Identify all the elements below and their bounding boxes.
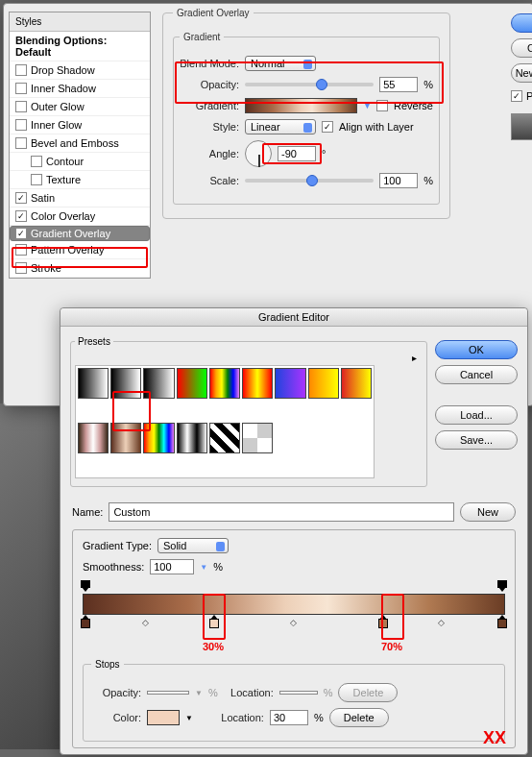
annotation-xx: XX: [483, 728, 506, 748]
preset-swatch[interactable]: [341, 368, 372, 399]
color-stop[interactable]: [497, 615, 507, 628]
color-stop[interactable]: [209, 615, 219, 628]
preset-swatch[interactable]: [177, 423, 207, 453]
cancel-button[interactable]: Cancel: [511, 38, 532, 58]
gradient-label: Gradient:: [180, 100, 239, 111]
style-item-satin[interactable]: Satin: [10, 189, 150, 208]
checkbox[interactable]: [15, 228, 27, 239]
gradient-edit-bar[interactable]: ◇ ◇ ◇: [83, 580, 505, 634]
ge-save-button[interactable]: Save...: [435, 430, 518, 450]
midpoint-icon[interactable]: ◇: [438, 618, 445, 627]
checkbox[interactable]: [15, 244, 27, 256]
checkbox[interactable]: [31, 156, 42, 167]
checkbox[interactable]: [31, 174, 42, 185]
ok-button[interactable]: OK: [511, 13, 532, 33]
layer-style-buttons: OK Cancel New Style... Preview: [511, 13, 532, 140]
midpoint-icon[interactable]: ◇: [142, 618, 149, 627]
scale-label: Scale:: [180, 175, 239, 186]
preset-swatch[interactable]: [177, 368, 207, 399]
checkbox[interactable]: [15, 210, 27, 222]
stop-color-label: Color:: [91, 712, 141, 723]
styles-panel: Styles Blending Options: Default Drop Sh…: [9, 12, 151, 279]
smoothness-dropdown-icon[interactable]: ▼: [200, 563, 207, 572]
angle-label: Angle:: [180, 148, 239, 159]
blend-mode-select[interactable]: Normal: [245, 56, 316, 71]
stop-opacity-location-input[interactable]: [279, 691, 318, 695]
opacity-stop[interactable]: [81, 580, 90, 592]
style-item-pattern-overlay[interactable]: Pattern Overlay: [10, 241, 150, 259]
preset-swatch[interactable]: [242, 423, 273, 453]
reverse-checkbox[interactable]: [376, 100, 388, 111]
style-item-inner-shadow[interactable]: Inner Shadow: [10, 80, 150, 98]
checkbox[interactable]: [15, 119, 27, 131]
gradient-editor-dialog: Gradient Editor Presets ▸ OK Cancel Load…: [60, 307, 528, 755]
blending-options-row[interactable]: Blending Options: Default: [10, 32, 150, 61]
style-item-contour[interactable]: Contour: [10, 153, 150, 171]
type-select[interactable]: Solid: [157, 538, 229, 553]
stop-color-location-input[interactable]: 30: [270, 710, 308, 725]
style-item-color-overlay[interactable]: Color Overlay: [10, 208, 150, 226]
preset-swatch[interactable]: [209, 368, 240, 399]
preset-swatch[interactable]: [143, 423, 174, 453]
preset-swatch[interactable]: [78, 368, 109, 399]
type-label: Gradient Type:: [83, 540, 152, 551]
presets-menu-icon[interactable]: ▸: [412, 353, 417, 363]
stop-color-well[interactable]: [147, 710, 180, 725]
preset-swatch[interactable]: [209, 423, 240, 453]
scale-slider[interactable]: [245, 179, 374, 183]
stop-opacity-location-label: Location:: [224, 687, 274, 698]
checkbox[interactable]: [15, 192, 27, 204]
new-style-button[interactable]: New Style...: [511, 63, 532, 83]
gradient-picker[interactable]: [245, 98, 357, 113]
style-item-bevel-and-emboss[interactable]: Bevel and Emboss: [10, 134, 150, 153]
style-item-drop-shadow[interactable]: Drop Shadow: [10, 61, 150, 80]
style-item-inner-glow[interactable]: Inner Glow: [10, 116, 150, 134]
scale-input[interactable]: 100: [379, 173, 418, 188]
preset-swatch[interactable]: [143, 368, 174, 399]
ge-new-button[interactable]: New: [460, 502, 516, 522]
angle-input[interactable]: -90: [278, 146, 316, 161]
opacity-slider[interactable]: [245, 83, 374, 86]
preset-grid: [75, 365, 375, 478]
name-label: Name:: [72, 506, 103, 518]
delete-opacity-stop-button[interactable]: Delete: [338, 683, 398, 702]
stop-opacity-input[interactable]: [147, 691, 189, 695]
stop-opacity-label: Opacity:: [91, 687, 141, 698]
ge-cancel-button[interactable]: Cancel: [435, 365, 518, 384]
angle-dial[interactable]: [245, 140, 272, 167]
opacity-input[interactable]: 55: [379, 77, 418, 92]
ge-ok-button[interactable]: OK: [435, 340, 518, 359]
ge-load-button[interactable]: Load...: [435, 405, 518, 425]
style-item-gradient-overlay[interactable]: Gradient Overlay: [10, 226, 150, 241]
color-stop[interactable]: [81, 615, 90, 628]
style-item-stroke[interactable]: Stroke: [10, 259, 150, 278]
gradient-inner-group: Gradient Blend Mode: Normal Opacity: 55 …: [173, 32, 440, 205]
smoothness-label: Smoothness:: [83, 561, 144, 573]
preset-swatch[interactable]: [110, 368, 141, 399]
presets-group: Presets ▸: [70, 336, 427, 487]
gradient-dropdown-icon[interactable]: ▼: [363, 101, 371, 110]
preset-swatch[interactable]: [110, 423, 141, 453]
checkbox[interactable]: [15, 83, 27, 94]
midpoint-icon[interactable]: ◇: [290, 618, 297, 627]
delete-color-stop-button[interactable]: Delete: [329, 708, 389, 727]
style-item-texture[interactable]: Texture: [10, 171, 150, 189]
align-checkbox[interactable]: [322, 121, 333, 133]
name-input[interactable]: [109, 502, 454, 522]
checkbox[interactable]: [15, 64, 27, 76]
style-item-outer-glow[interactable]: Outer Glow: [10, 98, 150, 116]
opacity-stop[interactable]: [497, 580, 507, 592]
preview-swatch: [511, 113, 532, 140]
checkbox[interactable]: [15, 262, 27, 274]
style-select[interactable]: Linear: [245, 119, 316, 134]
preset-swatch[interactable]: [78, 423, 109, 453]
checkbox[interactable]: [15, 137, 27, 149]
preset-swatch[interactable]: [242, 368, 273, 399]
preview-checkbox[interactable]: [511, 90, 522, 102]
smoothness-input[interactable]: 100: [150, 559, 194, 574]
checkbox[interactable]: [15, 101, 27, 112]
preset-swatch[interactable]: [275, 368, 305, 399]
stop-color-location-label: Location:: [214, 712, 264, 723]
color-stop[interactable]: [378, 615, 388, 628]
preset-swatch[interactable]: [308, 368, 339, 399]
